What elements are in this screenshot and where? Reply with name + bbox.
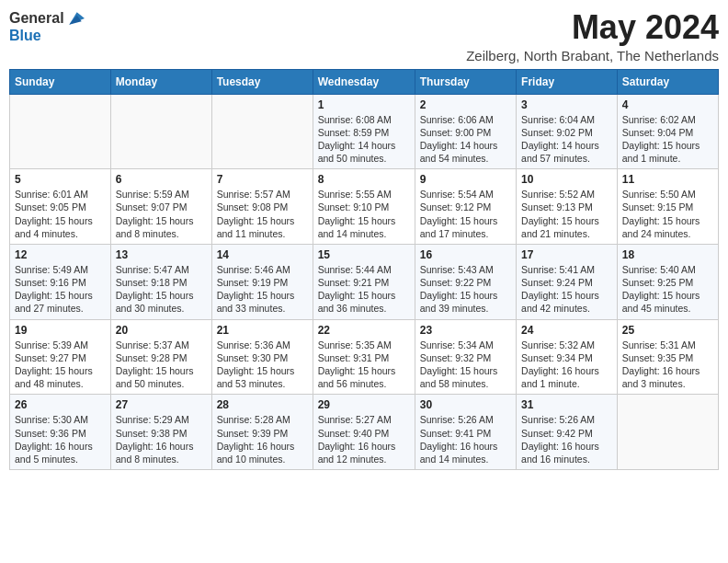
weekday-header-saturday: Saturday — [617, 69, 718, 94]
day-number: 16 — [420, 248, 511, 261]
calendar-cell: 26Sunrise: 5:30 AMSunset: 9:36 PMDayligh… — [10, 395, 111, 470]
calendar-cell: 9Sunrise: 5:54 AMSunset: 9:12 PMDaylight… — [415, 169, 516, 245]
day-info: Sunrise: 6:08 AMSunset: 8:59 PMDaylight:… — [318, 113, 410, 166]
day-info: Sunrise: 6:01 AMSunset: 9:05 PMDaylight:… — [15, 188, 106, 240]
day-number: 10 — [521, 173, 612, 186]
day-info: Sunrise: 5:34 AMSunset: 9:32 PMDaylight:… — [420, 339, 511, 391]
weekday-header-thursday: Thursday — [415, 69, 516, 94]
day-info: Sunrise: 5:49 AMSunset: 9:16 PMDaylight:… — [15, 263, 106, 316]
weekday-header-sunday: Sunday — [10, 69, 111, 94]
calendar-week-5: 26Sunrise: 5:30 AMSunset: 9:36 PMDayligh… — [10, 395, 719, 470]
logo-general-text: General — [9, 10, 64, 27]
calendar-cell: 27Sunrise: 5:29 AMSunset: 9:38 PMDayligh… — [110, 395, 211, 470]
day-number: 12 — [15, 248, 106, 261]
day-info: Sunrise: 5:30 AMSunset: 9:36 PMDaylight:… — [15, 413, 106, 465]
day-info: Sunrise: 5:31 AMSunset: 9:35 PMDaylight:… — [622, 339, 713, 391]
calendar-cell: 4Sunrise: 6:02 AMSunset: 9:04 PMDaylight… — [617, 94, 718, 169]
calendar-cell — [617, 395, 718, 470]
day-info: Sunrise: 5:35 AMSunset: 9:31 PMDaylight:… — [318, 339, 410, 391]
day-info: Sunrise: 5:54 AMSunset: 9:12 PMDaylight:… — [420, 188, 511, 240]
calendar-cell: 21Sunrise: 5:36 AMSunset: 9:30 PMDayligh… — [211, 319, 313, 395]
day-info: Sunrise: 5:52 AMSunset: 9:13 PMDaylight:… — [521, 188, 612, 240]
logo-icon — [66, 9, 85, 28]
day-info: Sunrise: 5:40 AMSunset: 9:25 PMDaylight:… — [622, 263, 713, 316]
calendar-cell: 16Sunrise: 5:43 AMSunset: 9:22 PMDayligh… — [415, 244, 516, 319]
day-number: 31 — [521, 398, 612, 411]
day-number: 3 — [521, 98, 612, 111]
day-number: 5 — [15, 173, 106, 186]
day-info: Sunrise: 5:59 AMSunset: 9:07 PMDaylight:… — [116, 188, 207, 240]
calendar-cell: 22Sunrise: 5:35 AMSunset: 9:31 PMDayligh… — [313, 319, 415, 395]
calendar-week-1: 1Sunrise: 6:08 AMSunset: 8:59 PMDaylight… — [10, 94, 719, 169]
calendar-week-2: 5Sunrise: 6:01 AMSunset: 9:05 PMDaylight… — [10, 169, 719, 245]
month-title: May 2024 — [466, 9, 719, 46]
calendar-cell: 23Sunrise: 5:34 AMSunset: 9:32 PMDayligh… — [415, 319, 516, 395]
calendar-cell — [211, 94, 313, 169]
day-number: 6 — [116, 173, 207, 186]
calendar-week-4: 19Sunrise: 5:39 AMSunset: 9:27 PMDayligh… — [10, 319, 719, 395]
day-number: 1 — [318, 98, 410, 111]
day-info: Sunrise: 5:37 AMSunset: 9:28 PMDaylight:… — [116, 339, 207, 391]
day-number: 29 — [318, 398, 410, 411]
calendar-cell: 7Sunrise: 5:57 AMSunset: 9:08 PMDaylight… — [211, 169, 313, 245]
logo-blue-text: Blue — [9, 28, 41, 44]
calendar-cell: 19Sunrise: 5:39 AMSunset: 9:27 PMDayligh… — [10, 319, 111, 395]
day-number: 13 — [116, 248, 207, 261]
calendar-cell: 12Sunrise: 5:49 AMSunset: 9:16 PMDayligh… — [10, 244, 111, 319]
calendar-cell: 20Sunrise: 5:37 AMSunset: 9:28 PMDayligh… — [110, 319, 211, 395]
calendar-cell: 10Sunrise: 5:52 AMSunset: 9:13 PMDayligh… — [517, 169, 618, 245]
day-number: 28 — [217, 398, 308, 411]
logo: General Blue — [9, 9, 85, 44]
day-number: 23 — [420, 324, 511, 337]
weekday-header-friday: Friday — [517, 69, 618, 94]
calendar-cell: 2Sunrise: 6:06 AMSunset: 9:00 PMDaylight… — [415, 94, 516, 169]
location-text: Zeilberg, North Brabant, The Netherlands — [466, 48, 719, 63]
day-info: Sunrise: 5:55 AMSunset: 9:10 PMDaylight:… — [318, 188, 410, 240]
day-info: Sunrise: 5:26 AMSunset: 9:41 PMDaylight:… — [420, 413, 511, 465]
day-info: Sunrise: 6:06 AMSunset: 9:00 PMDaylight:… — [420, 113, 511, 166]
calendar-header: SundayMondayTuesdayWednesdayThursdayFrid… — [10, 69, 719, 94]
calendar-cell: 3Sunrise: 6:04 AMSunset: 9:02 PMDaylight… — [517, 94, 618, 169]
day-number: 19 — [15, 324, 106, 337]
day-number: 15 — [318, 248, 410, 261]
day-number: 8 — [318, 173, 410, 186]
weekday-header-wednesday: Wednesday — [313, 69, 415, 94]
title-block: May 2024 Zeilberg, North Brabant, The Ne… — [466, 9, 719, 63]
day-number: 4 — [622, 98, 713, 111]
calendar-cell: 29Sunrise: 5:27 AMSunset: 9:40 PMDayligh… — [313, 395, 415, 470]
day-info: Sunrise: 5:28 AMSunset: 9:39 PMDaylight:… — [217, 413, 308, 465]
day-number: 9 — [420, 173, 511, 186]
page-header: General Blue May 2024 Zeilberg, North Br… — [9, 9, 719, 63]
day-info: Sunrise: 5:41 AMSunset: 9:24 PMDaylight:… — [521, 263, 612, 316]
day-info: Sunrise: 6:02 AMSunset: 9:04 PMDaylight:… — [622, 113, 713, 166]
day-info: Sunrise: 5:50 AMSunset: 9:15 PMDaylight:… — [622, 188, 713, 240]
day-info: Sunrise: 5:29 AMSunset: 9:38 PMDaylight:… — [116, 413, 207, 465]
day-info: Sunrise: 5:47 AMSunset: 9:18 PMDaylight:… — [116, 263, 207, 316]
calendar-cell: 8Sunrise: 5:55 AMSunset: 9:10 PMDaylight… — [313, 169, 415, 245]
calendar-cell: 6Sunrise: 5:59 AMSunset: 9:07 PMDaylight… — [110, 169, 211, 245]
day-number: 22 — [318, 324, 410, 337]
day-info: Sunrise: 5:39 AMSunset: 9:27 PMDaylight:… — [15, 339, 106, 391]
calendar-cell: 24Sunrise: 5:32 AMSunset: 9:34 PMDayligh… — [517, 319, 618, 395]
calendar-cell: 25Sunrise: 5:31 AMSunset: 9:35 PMDayligh… — [617, 319, 718, 395]
day-number: 20 — [116, 324, 207, 337]
day-number: 17 — [521, 248, 612, 261]
calendar-week-3: 12Sunrise: 5:49 AMSunset: 9:16 PMDayligh… — [10, 244, 719, 319]
weekday-header-tuesday: Tuesday — [211, 69, 313, 94]
calendar-cell: 15Sunrise: 5:44 AMSunset: 9:21 PMDayligh… — [313, 244, 415, 319]
day-number: 24 — [521, 324, 612, 337]
day-number: 11 — [622, 173, 713, 186]
calendar-cell: 30Sunrise: 5:26 AMSunset: 9:41 PMDayligh… — [415, 395, 516, 470]
day-number: 18 — [622, 248, 713, 261]
day-number: 25 — [622, 324, 713, 337]
weekday-header-monday: Monday — [110, 69, 211, 94]
day-number: 26 — [15, 398, 106, 411]
day-number: 27 — [116, 398, 207, 411]
calendar-cell: 18Sunrise: 5:40 AMSunset: 9:25 PMDayligh… — [617, 244, 718, 319]
calendar-cell: 17Sunrise: 5:41 AMSunset: 9:24 PMDayligh… — [517, 244, 618, 319]
calendar-cell: 5Sunrise: 6:01 AMSunset: 9:05 PMDaylight… — [10, 169, 111, 245]
day-info: Sunrise: 5:57 AMSunset: 9:08 PMDaylight:… — [217, 188, 308, 240]
calendar-cell — [110, 94, 211, 169]
calendar-cell: 28Sunrise: 5:28 AMSunset: 9:39 PMDayligh… — [211, 395, 313, 470]
calendar-table: SundayMondayTuesdayWednesdayThursdayFrid… — [9, 69, 719, 470]
